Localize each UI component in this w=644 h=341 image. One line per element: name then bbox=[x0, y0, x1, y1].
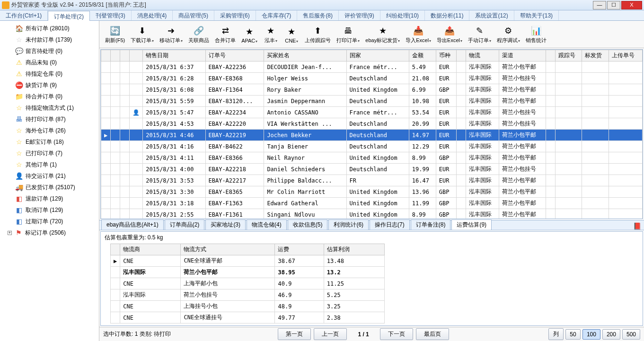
table-row[interactable]: 2015/8/31 4:53EBAY-A22220VIA Werkstätten… bbox=[101, 118, 643, 130]
column-header[interactable] bbox=[130, 50, 143, 61]
sidebar-item[interactable]: 📁待合并订单 (0) bbox=[0, 91, 99, 102]
sidebar-item[interactable]: 💬留言待处理 (0) bbox=[0, 45, 99, 57]
detail-tab[interactable]: 利润统计(6) bbox=[328, 219, 369, 230]
table-row[interactable]: 2015/8/31 6:37EBAY-A22236DECOUDIER Jean-… bbox=[101, 61, 643, 73]
column-header[interactable]: 销售日期 bbox=[143, 50, 205, 61]
column-header[interactable]: 估算利润 bbox=[324, 244, 384, 255]
main-tab[interactable]: 纠纷处理(10) bbox=[380, 10, 425, 20]
first-page-button[interactable]: 第一页 bbox=[278, 328, 311, 340]
column-header[interactable] bbox=[111, 50, 120, 61]
sidebar-item[interactable]: ☆海外仓订单 (26) bbox=[0, 125, 99, 136]
order-grid-wrap[interactable]: 销售日期订单号买家姓名国家金额币种物流渠道跟踪号标发货上传单号2015/8/31… bbox=[100, 49, 643, 219]
column-header[interactable]: 渠道 bbox=[499, 50, 546, 61]
table-row[interactable]: 2015/8/31 2:55EBAY-F1361Singani NdlovuUn… bbox=[101, 209, 643, 219]
column-header[interactable]: 币种 bbox=[436, 50, 456, 61]
table-row[interactable]: 2015/8/31 5:59EBAY-83120...Jasmin Depper… bbox=[101, 96, 643, 107]
table-row[interactable]: 2015/8/31 3:30EBAY-E8365Mr Colin Marriot… bbox=[101, 186, 643, 198]
columns-button[interactable]: 列 bbox=[548, 328, 564, 340]
sidebar-item[interactable]: 👤待交运订单 (21) bbox=[0, 170, 99, 182]
column-header[interactable]: 标发货 bbox=[582, 50, 609, 61]
toolbar-button[interactable]: ⬇下载订单▾ bbox=[128, 24, 157, 45]
main-tab[interactable]: 消息处理(4) bbox=[132, 10, 173, 20]
sidebar-item[interactable]: 🏠所有订单 (28010) bbox=[0, 23, 99, 34]
toolbar-button[interactable]: ➜移动订单▾ bbox=[157, 24, 185, 45]
sidebar-item[interactable]: 🖶待打印订单 (87) bbox=[0, 114, 99, 125]
sidebar-item[interactable]: ◧取消订单 (129) bbox=[0, 204, 99, 216]
sidebar-item[interactable]: ☆未付款订单 (1739) bbox=[0, 34, 99, 45]
detail-tab[interactable]: 买家地址(3) bbox=[205, 219, 246, 230]
table-row[interactable]: 2015/8/31 4:11EBAY-E8366Neil RaynorUnite… bbox=[101, 152, 643, 164]
toolbar-button[interactable]: ★泓丰▾ bbox=[260, 24, 281, 45]
detail-tab[interactable]: 订单备注(8) bbox=[411, 219, 451, 230]
shipping-grid-wrap[interactable]: 物流商物流方式运费估算利润▶CNECNE全球通平邮38.6713.48泓丰国际荷… bbox=[101, 244, 643, 325]
detail-tab[interactable]: 运费估算(9) bbox=[451, 219, 492, 230]
sidebar-item[interactable]: ☆其他订单 (1) bbox=[0, 159, 99, 170]
column-header[interactable]: 运费 bbox=[275, 244, 324, 255]
pagesize-200-button[interactable]: 200 bbox=[602, 329, 620, 340]
detail-tab[interactable]: 收款信息(5) bbox=[288, 219, 328, 230]
sidebar-item[interactable]: ⚠待指定仓库 (0) bbox=[0, 68, 99, 79]
table-row[interactable]: 👤2015/8/31 5:47EBAY-A22234Antonio CASSAN… bbox=[101, 107, 643, 118]
table-row[interactable]: CNE上海平邮小包40.911.25 bbox=[111, 278, 385, 289]
pagesize-100-button[interactable]: 100 bbox=[582, 329, 600, 340]
toolbar-button[interactable]: 📤导出Excel▾ bbox=[434, 24, 465, 45]
main-tab[interactable]: 工作台(Ctrl+1) bbox=[0, 10, 48, 20]
book-icon[interactable]: 📕 bbox=[633, 222, 641, 230]
sidebar-item[interactable]: ☆E邮宝订单 (18) bbox=[0, 136, 99, 148]
toolbar-button[interactable]: ⬆上传跟踪号 bbox=[302, 24, 334, 45]
main-tab[interactable]: 刊登管理(3) bbox=[90, 10, 132, 20]
table-row[interactable]: 2015/8/31 4:00EBAY-A22218Daniel Schniede… bbox=[101, 164, 643, 175]
toolbar-button[interactable]: 📊销售统计 bbox=[523, 24, 549, 45]
prev-page-button[interactable]: 上一页 bbox=[314, 328, 347, 340]
detail-tab[interactable]: 订单商品(2) bbox=[165, 219, 205, 230]
main-tab[interactable]: 系统设置(12) bbox=[469, 10, 514, 20]
next-page-button[interactable]: 下一页 bbox=[380, 328, 413, 340]
column-header[interactable]: 上传单号 bbox=[609, 50, 643, 61]
toolbar-button[interactable]: ★CNE▾ bbox=[281, 25, 302, 44]
last-page-button[interactable]: 最后页 bbox=[416, 328, 449, 340]
column-header[interactable]: 金额 bbox=[409, 50, 436, 61]
toolbar-button[interactable]: 🔄刷新(F5) bbox=[102, 24, 128, 45]
toolbar-button[interactable]: 🖶打印订单▾ bbox=[334, 24, 362, 45]
detail-tab[interactable]: 物流仓储(4) bbox=[247, 219, 287, 230]
main-tab[interactable]: 评价管理(9) bbox=[339, 10, 380, 20]
detail-tab[interactable]: ebay商品信息(Alt+1) bbox=[101, 219, 164, 230]
close-button[interactable]: X bbox=[621, 1, 642, 9]
toolbar-button[interactable]: ⇄合并订单 bbox=[212, 24, 238, 45]
column-header[interactable] bbox=[546, 50, 555, 61]
toolbar-button[interactable]: ★APAC▾ bbox=[238, 25, 260, 44]
detail-tab[interactable]: 操作日志(7) bbox=[370, 219, 410, 230]
toolbar-button[interactable]: ★ebay标记发货▾ bbox=[362, 24, 403, 45]
main-tab[interactable]: 采购管理(6) bbox=[214, 10, 256, 20]
column-header[interactable]: 国家 bbox=[346, 50, 409, 61]
main-tab[interactable]: 仓库库存(7) bbox=[256, 10, 298, 20]
main-tab[interactable]: 订单处理(2) bbox=[48, 11, 90, 21]
table-row[interactable]: 2015/8/31 6:28EBAY-E8368Holger WeissDeut… bbox=[101, 73, 643, 84]
column-header[interactable] bbox=[456, 50, 466, 61]
sidebar-item[interactable]: ☆已打印订单 (7) bbox=[0, 148, 99, 159]
column-header[interactable] bbox=[120, 50, 130, 61]
pagesize-50-button[interactable]: 50 bbox=[565, 329, 581, 340]
toolbar-button[interactable]: 🔗关联商品 bbox=[185, 24, 212, 45]
column-header[interactable]: 物流 bbox=[466, 50, 499, 61]
main-tab[interactable]: 数据分析(11) bbox=[425, 10, 469, 20]
table-row[interactable]: 2015/8/31 4:16EBAY-B4622Tanja BienerDeut… bbox=[101, 141, 643, 152]
table-row[interactable]: ▶2015/8/31 4:46EBAY-A22219Jochen BekkerD… bbox=[101, 130, 643, 141]
table-row[interactable]: 2015/8/31 3:18EBAY-F1363Edward GatheralU… bbox=[101, 198, 643, 209]
main-tab[interactable]: 商品管理(5) bbox=[173, 10, 214, 20]
table-row[interactable]: 泓丰国际荷兰小包平邮38.9513.2 bbox=[111, 267, 385, 278]
table-row[interactable]: CNECNE全球通挂号49.772.38 bbox=[111, 312, 385, 324]
sidebar-item[interactable]: 🚚已发货订单 (25107) bbox=[0, 182, 99, 193]
sidebar-item[interactable]: ◧过期订单 (720) bbox=[0, 216, 99, 227]
minimize-button[interactable]: — bbox=[593, 1, 606, 9]
column-header[interactable] bbox=[101, 50, 111, 61]
column-header[interactable]: 跟踪号 bbox=[555, 50, 582, 61]
sidebar-item[interactable]: ◧退款订单 (129) bbox=[0, 193, 99, 204]
column-header[interactable]: 物流商 bbox=[120, 244, 181, 255]
table-row[interactable]: 泓丰国际荷兰小包挂号46.95.25 bbox=[111, 289, 385, 301]
table-row[interactable]: 2015/8/31 3:53EBAY-A22217Philippe Baldac… bbox=[101, 175, 643, 186]
sidebar-item[interactable]: +⚑标记订单 (2506) bbox=[0, 227, 99, 238]
column-header[interactable]: 物流方式 bbox=[181, 244, 275, 255]
table-row[interactable]: 2015/8/31 6:08EBAY-F1364Rory BakerUnited… bbox=[101, 84, 643, 96]
table-row[interactable]: ▶CNECNE全球通平邮38.6713.48 bbox=[111, 255, 385, 267]
